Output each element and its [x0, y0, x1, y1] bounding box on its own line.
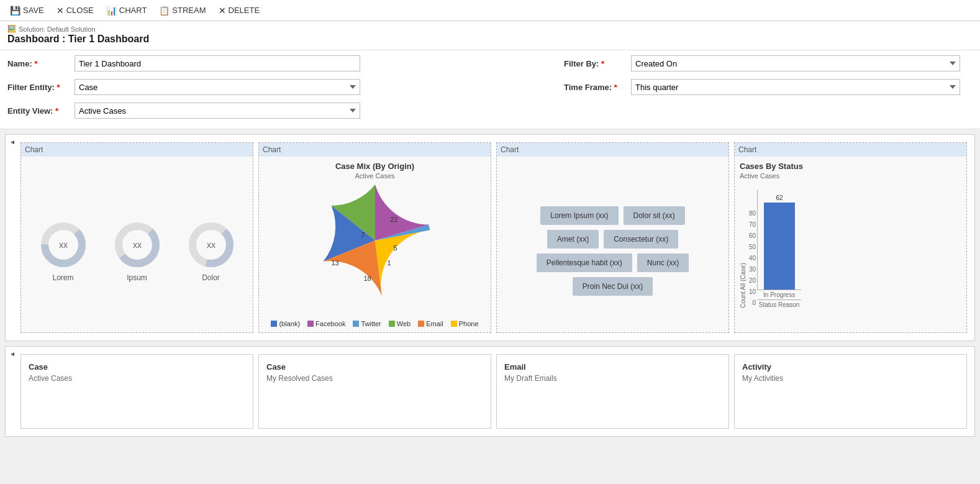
donuts-row: xx Lorem xx Ipsum: [26, 220, 248, 282]
buttons-grid: Lorem Ipsum (xx) Dolor sit (xx) Amet (xx…: [502, 174, 724, 327]
legend-email: Email: [418, 320, 443, 327]
grid-btn-consectetur[interactable]: Consectetur (xx): [604, 230, 678, 249]
list-title-4: Activity: [742, 362, 959, 372]
close-icon: ✕: [57, 6, 64, 16]
list-sub-1: Active Cases: [29, 374, 245, 383]
list-panel-4: Activity My Activities: [734, 354, 967, 429]
legend-web: Web: [389, 320, 411, 327]
donut-svg-2: xx: [112, 220, 162, 270]
y-axis-label: Count All (Case): [740, 263, 746, 308]
buttons-row-1: Lorem Ipsum (xx) Dolor sit (xx): [540, 206, 685, 225]
buttons-row-4: Proin Nec Dui (xx): [573, 277, 653, 296]
page-title: Dashboard : Tier 1 Dashboard: [7, 34, 973, 45]
chart-icon: 📊: [106, 6, 117, 16]
form-area: Name: * Filter Entity: * Case Entity Vie…: [0, 50, 980, 129]
list-title-2: Case: [266, 362, 483, 372]
chart-button[interactable]: 📊 CHART: [101, 4, 152, 17]
buttons-row-3: Pellentesque habit (xx) Nunc (xx): [537, 253, 689, 272]
entity-view-label: Entity View: *: [7, 106, 70, 116]
name-label: Name: *: [7, 59, 70, 68]
pie-legend: (blank) Facebook Twitter: [271, 314, 478, 327]
bar-chart-wrapper: Count All (Case) 80 70 60 50 40 30 20 10…: [740, 189, 961, 308]
bar-columns: 62 In Progress Status Reason: [757, 189, 801, 308]
list-sub-2: My Resolved Cases: [266, 374, 483, 383]
list-panel-2: Case My Resolved Cases: [258, 354, 491, 429]
legend-facebook: Facebook: [307, 320, 345, 327]
time-frame-label: Time Frame: *: [564, 83, 626, 92]
grid-btn-nunc[interactable]: Nunc (xx): [637, 253, 689, 272]
pie-title: Case Mix (By Origin): [335, 162, 414, 171]
chart2-header: Chart: [259, 143, 491, 157]
bar-title: Cases By Status: [740, 162, 803, 171]
buttons-row-2: Amet (xx) Consectetur (xx): [547, 230, 678, 249]
chart1-header: Chart: [21, 143, 253, 157]
donut-label-3: Dolor: [202, 273, 220, 282]
grid-btn-pellentesque[interactable]: Pellentesque habit (xx): [537, 253, 632, 272]
pie-subtitle: Active Cases: [355, 172, 394, 180]
list-sub-3: My Draft Emails: [504, 374, 721, 383]
delete-button[interactable]: ✕ DELETE: [214, 4, 265, 17]
donut-label-2: Ipsum: [127, 273, 147, 282]
time-frame-select[interactable]: This quarter: [631, 79, 960, 95]
delete-icon: ✕: [219, 6, 226, 16]
main-content: ◄ Chart xx Lorem: [0, 129, 980, 447]
svg-text:xx: xx: [133, 240, 142, 250]
bar-x-label: In Progress: [757, 290, 801, 298]
filter-by-select[interactable]: Created On: [631, 55, 960, 71]
legend-blank: (blank): [271, 320, 300, 327]
grid-btn-proin[interactable]: Proin Nec Dui (xx): [573, 277, 653, 296]
save-icon: 💾: [10, 6, 20, 16]
chart-panel-4: Chart Cases By Status Active Cases Count…: [734, 142, 967, 333]
name-input[interactable]: [75, 55, 360, 71]
svg-text:xx: xx: [59, 240, 68, 250]
toolbar: 💾 SAVE ✕ CLOSE 📊 CHART 📋 STREAM ✕ DELETE: [0, 0, 980, 21]
grid-btn-dolor-sit[interactable]: Dolor sit (xx): [624, 206, 685, 225]
stream-icon: 📋: [159, 6, 170, 16]
y-axis-ticks: 80 70 60 50 40 30 20 10 0: [749, 208, 756, 308]
donut-item-1: xx Lorem: [39, 220, 88, 282]
chart4-header: Chart: [735, 143, 966, 157]
filter-entity-select[interactable]: Case: [75, 79, 360, 95]
list-panel-1: Case Active Cases: [20, 354, 253, 429]
bar-subtitle: Active Cases: [740, 172, 779, 180]
stream-button[interactable]: 📋 STREAM: [154, 4, 211, 17]
entity-view-select[interactable]: Active Cases: [75, 103, 360, 119]
chart3-header: Chart: [497, 143, 728, 157]
lists-container: Case Active Cases Case My Resolved Cases…: [6, 347, 974, 436]
filter-by-label: Filter By: *: [564, 59, 626, 68]
grid-btn-lorem-ipsum[interactable]: Lorem Ipsum (xx): [540, 206, 618, 225]
grid-btn-amet[interactable]: Amet (xx): [547, 230, 599, 249]
charts-section: ◄ Chart xx Lorem: [5, 134, 975, 341]
lists-section: ◄ Case Active Cases Case My Resolved Cas…: [5, 346, 975, 437]
filter-entity-label: Filter Entity: *: [7, 83, 70, 92]
save-button[interactable]: 💾 SAVE: [5, 4, 49, 17]
pie-svg: [319, 185, 431, 296]
legend-twitter: Twitter: [353, 320, 381, 327]
chart-panel-1: Chart xx Lorem: [20, 142, 253, 333]
charts-collapse-button[interactable]: ◄: [8, 137, 17, 146]
list-sub-4: My Activities: [742, 374, 959, 383]
donut-item-3: xx Dolor: [186, 220, 236, 282]
bar-rect: [764, 203, 795, 290]
donut-svg-3: xx: [186, 220, 236, 270]
lists-collapse-button[interactable]: ◄: [8, 349, 17, 358]
donut-label-1: Lorem: [52, 273, 73, 282]
bar-area: 62: [757, 189, 801, 290]
list-panel-3: Email My Draft Emails: [496, 354, 729, 429]
donut-item-2: xx Ipsum: [112, 220, 162, 282]
bar-column: 62: [764, 194, 795, 290]
pie-chart-container: Case Mix (By Origin) Active Cases: [264, 162, 486, 327]
bar-x-axis-label: Status Reason: [757, 299, 801, 308]
chart-panel-2: Chart Case Mix (By Origin) Active Cases: [258, 142, 491, 333]
chart-panel-3: Chart Lorem Ipsum (xx) Dolor sit (xx) Am…: [496, 142, 729, 333]
solution-icon: 🖼️: [7, 25, 16, 33]
close-button[interactable]: ✕ CLOSE: [52, 4, 99, 17]
page-header: 🖼️ Solution: Default Solution Dashboard …: [0, 21, 980, 50]
svg-text:xx: xx: [207, 240, 216, 250]
donut-container: xx Lorem xx Ipsum: [26, 162, 248, 327]
bar-chart-container: Cases By Status Active Cases Count All (…: [740, 162, 961, 327]
solution-label: 🖼️ Solution: Default Solution: [7, 25, 973, 33]
charts-container: Chart xx Lorem: [6, 135, 974, 340]
list-title-3: Email: [504, 362, 721, 372]
legend-phone: Phone: [451, 320, 479, 327]
